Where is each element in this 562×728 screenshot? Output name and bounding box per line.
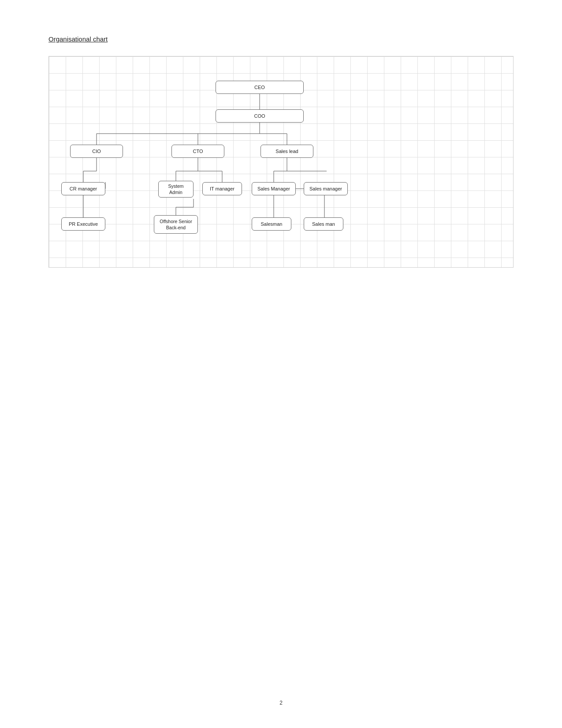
page-title: Organisational chart <box>48 35 518 43</box>
node-sales-lead: Sales lead <box>261 145 313 158</box>
node-cr-manager: CR manager <box>61 182 105 195</box>
node-cto: CTO <box>171 145 224 158</box>
node-pr-executive: PR Executive <box>61 217 105 231</box>
node-sys-admin: System Admin <box>158 181 194 198</box>
node-salesman: Salesman <box>252 217 291 231</box>
node-sales-manager-left: Sales Manager <box>252 182 296 195</box>
node-sales-manager-right: Sales manager <box>304 182 348 195</box>
node-coo: COO <box>216 109 304 123</box>
node-offshore: Offshore Senior Back-end <box>154 215 198 234</box>
org-chart-area: CEO COO CIO CTO Sales lead CR manager Sy… <box>48 56 514 268</box>
node-ceo: CEO <box>216 81 304 94</box>
page-number: 2 <box>279 700 283 706</box>
node-sales-man: Sales man <box>304 217 343 231</box>
node-cio: CIO <box>70 145 123 158</box>
page: Organisational chart <box>0 0 562 728</box>
node-it-manager: IT manager <box>202 182 242 195</box>
